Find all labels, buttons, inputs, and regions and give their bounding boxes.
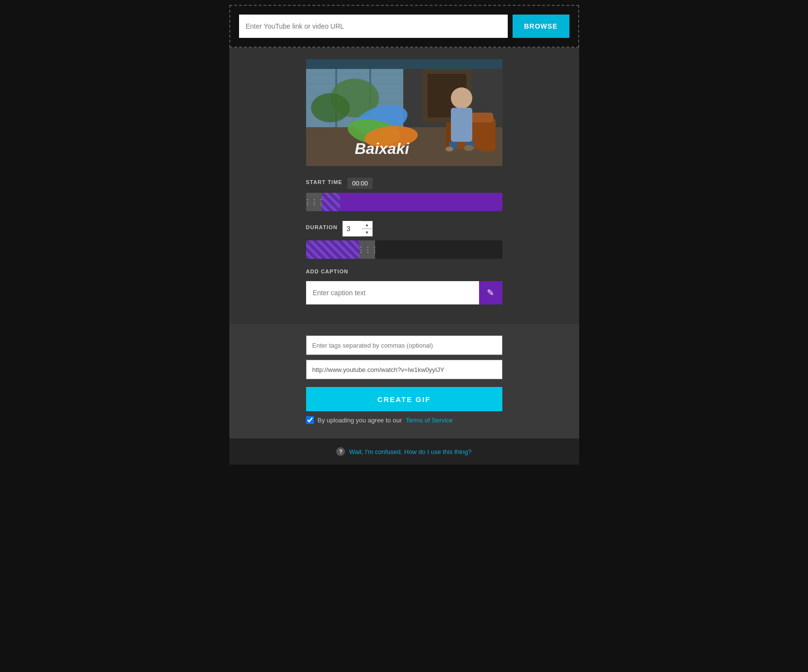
url-input-area: BROWSE: [229, 5, 579, 48]
create-gif-button[interactable]: CREATE GIF: [306, 387, 502, 411]
caption-section: ADD CAPTION ✎: [306, 269, 502, 304]
drag-handle-icon: ⋮⋮⋮: [306, 198, 324, 207]
duration-label: DURATION: [306, 224, 338, 230]
youtube-url-input[interactable]: [239, 15, 508, 38]
caption-input[interactable]: [306, 281, 479, 304]
tags-input[interactable]: [306, 336, 502, 355]
svg-point-10: [311, 93, 350, 122]
caption-input-row: ✎: [306, 281, 502, 304]
duration-input[interactable]: 3: [343, 221, 362, 236]
footer: ? Wait, I'm confused. How do I use this …: [229, 438, 579, 465]
pencil-icon: ✎: [487, 287, 494, 298]
duration-row: DURATION 3 ▲ ▼: [306, 221, 502, 236]
caption-edit-button[interactable]: ✎: [479, 281, 502, 304]
help-icon: ?: [336, 447, 345, 456]
duration-down-button[interactable]: ▼: [362, 229, 373, 236]
start-time-value: 00:00: [347, 178, 373, 189]
start-time-row: START TIME 00:00: [306, 178, 502, 189]
duration-slider-fill: [306, 240, 360, 259]
start-time-label: START TIME: [306, 179, 343, 185]
terms-checkbox[interactable]: [306, 416, 314, 424]
browse-button[interactable]: BROWSE: [513, 15, 569, 38]
video-url-display[interactable]: http://www.youtube.com/watch?v=Iw1kw0yyI…: [306, 360, 502, 379]
svg-text:Baixaki: Baixaki: [355, 140, 410, 157]
svg-point-26: [446, 147, 453, 151]
svg-point-27: [464, 145, 474, 151]
terms-prefix-text: By uploading you agree to our: [318, 417, 402, 424]
caption-label-row: ADD CAPTION: [306, 269, 502, 277]
terms-of-service-link[interactable]: Terms of Service: [406, 417, 453, 424]
help-link[interactable]: Wait, I'm confused. How do I use this th…: [349, 448, 471, 455]
caption-label: ADD CAPTION: [306, 269, 348, 274]
duration-slider-empty: [375, 240, 502, 259]
controls-area: START TIME 00:00 ⋮⋮⋮ DURATION 3 ▲ ▼: [306, 178, 502, 304]
duration-slider[interactable]: ⋮⋮⋮: [306, 240, 502, 259]
svg-point-17: [451, 87, 472, 109]
svg-rect-18: [451, 108, 472, 142]
duration-up-button[interactable]: ▲: [362, 221, 373, 229]
bottom-section: http://www.youtube.com/watch?v=Iw1kw0yyI…: [229, 324, 579, 438]
slider-fill-start: [322, 193, 340, 211]
start-time-slider[interactable]: ⋮⋮⋮: [306, 193, 502, 211]
main-content: Baixaki START TIME 00:00 ⋮⋮⋮ DURATION 3: [229, 48, 579, 324]
duration-stepper: ▲ ▼: [362, 221, 373, 236]
duration-slider-handle[interactable]: ⋮⋮⋮: [360, 240, 375, 259]
start-slider-handle-left[interactable]: ⋮⋮⋮: [306, 193, 322, 211]
terms-row: By uploading you agree to our Terms of S…: [306, 416, 502, 424]
slider-fill-main: [340, 193, 502, 211]
duration-input-wrap: 3 ▲ ▼: [343, 221, 373, 236]
drag-handle-icon-right: ⋮⋮⋮: [357, 245, 378, 254]
video-thumbnail: Baixaki: [306, 59, 502, 166]
